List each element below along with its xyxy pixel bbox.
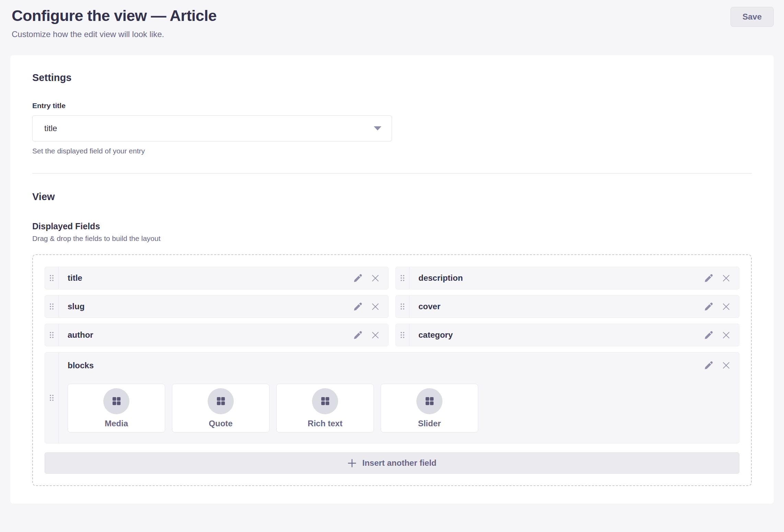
component-icon-circle	[208, 388, 234, 414]
save-button[interactable]: Save	[730, 7, 774, 27]
close-icon	[371, 274, 380, 283]
drag-handle-icon[interactable]	[45, 352, 59, 443]
remove-field-button[interactable]	[369, 301, 381, 313]
field-name-label: slug	[59, 296, 352, 317]
plus-icon	[347, 459, 357, 468]
drag-handle-icon[interactable]	[396, 267, 410, 289]
close-icon	[722, 274, 731, 283]
grid-icon	[424, 396, 435, 406]
component-label: Slider	[418, 419, 441, 428]
remove-field-button[interactable]	[720, 329, 732, 341]
field-name-label: title	[59, 267, 352, 289]
edit-field-button[interactable]	[352, 272, 364, 284]
field-name-label: description	[410, 267, 703, 289]
edit-field-button[interactable]	[352, 329, 364, 341]
edit-field-button[interactable]	[703, 329, 715, 341]
field-row-title[interactable]: title	[45, 267, 389, 289]
component-icon-circle	[312, 388, 338, 414]
remove-field-button[interactable]	[720, 359, 732, 371]
settings-card: Settings Entry title title Set the displ…	[10, 55, 774, 504]
remove-field-button[interactable]	[369, 272, 381, 284]
component-card-slider[interactable]: Slider	[381, 384, 478, 432]
field-name-label: blocks	[68, 361, 385, 370]
close-icon	[371, 302, 380, 311]
field-row-slug[interactable]: slug	[45, 295, 389, 318]
configure-view-page: Configure the view — Article Customize h…	[0, 0, 784, 532]
pencil-icon	[353, 331, 362, 340]
field-row-blocks[interactable]: blocks Media	[45, 352, 739, 443]
field-row-description[interactable]: description	[395, 267, 739, 289]
insert-field-label: Insert another field	[362, 458, 436, 468]
field-row-category[interactable]: category	[395, 324, 739, 346]
remove-field-button[interactable]	[720, 301, 732, 313]
field-actions	[703, 324, 739, 346]
edit-field-button[interactable]	[352, 301, 364, 313]
field-row-cover[interactable]: cover	[395, 295, 739, 318]
pencil-icon	[704, 302, 713, 311]
pencil-icon	[704, 274, 713, 283]
field-name-label: cover	[410, 296, 703, 317]
remove-field-button[interactable]	[369, 329, 381, 341]
component-card-quote[interactable]: Quote	[172, 384, 269, 432]
close-icon	[722, 302, 731, 311]
field-actions	[703, 267, 739, 289]
settings-heading: Settings	[32, 72, 752, 84]
close-icon	[722, 331, 731, 340]
pencil-icon	[704, 331, 713, 340]
field-actions	[703, 296, 739, 317]
component-icon-circle	[416, 388, 442, 414]
close-icon	[722, 361, 731, 370]
fields-grid: title description	[45, 267, 739, 443]
component-label: Quote	[209, 419, 232, 428]
pencil-icon	[353, 274, 362, 283]
blocks-header: blocks	[68, 359, 732, 371]
grid-icon	[320, 396, 331, 406]
grid-icon	[216, 396, 226, 406]
page-title: Configure the view — Article	[12, 6, 217, 25]
field-actions	[352, 296, 388, 317]
header-titles: Configure the view — Article Customize h…	[12, 6, 217, 39]
close-icon	[371, 331, 380, 340]
page-header: Configure the view — Article Customize h…	[0, 0, 784, 39]
insert-field-button[interactable]: Insert another field	[45, 452, 739, 474]
component-label: Media	[105, 419, 128, 428]
component-icon-circle	[103, 388, 129, 414]
drag-handle-icon[interactable]	[45, 324, 59, 346]
component-label: Rich text	[308, 419, 342, 428]
section-divider	[32, 173, 752, 174]
fields-dropzone: title description	[32, 254, 752, 486]
blocks-content: blocks Media	[59, 352, 739, 443]
pencil-icon	[353, 302, 362, 311]
drag-handle-icon[interactable]	[396, 296, 410, 317]
field-name-label: author	[59, 324, 352, 346]
field-actions	[352, 324, 388, 346]
pencil-icon	[704, 361, 713, 370]
drag-handle-icon[interactable]	[45, 296, 59, 317]
grid-icon	[111, 396, 122, 406]
field-actions	[352, 267, 388, 289]
entry-title-hint: Set the displayed field of your entry	[32, 147, 752, 155]
displayed-fields-label: Displayed Fields	[32, 221, 752, 231]
field-actions	[703, 359, 732, 371]
field-row-author[interactable]: author	[45, 324, 389, 346]
chevron-down-icon	[374, 126, 381, 130]
field-name-label: category	[410, 324, 703, 346]
view-heading: View	[32, 191, 752, 203]
drag-handle-icon[interactable]	[45, 267, 59, 289]
component-card-rich-text[interactable]: Rich text	[276, 384, 374, 432]
entry-title-selected-value: title	[44, 124, 374, 133]
remove-field-button[interactable]	[720, 272, 732, 284]
edit-field-button[interactable]	[703, 359, 715, 371]
entry-title-label: Entry title	[32, 102, 752, 110]
entry-title-select[interactable]: title	[32, 115, 392, 141]
page-subtitle: Customize how the edit view will look li…	[12, 29, 217, 39]
components-row: Media Quote Rich text	[68, 384, 732, 432]
drag-handle-icon[interactable]	[396, 324, 410, 346]
edit-field-button[interactable]	[703, 272, 715, 284]
edit-field-button[interactable]	[703, 301, 715, 313]
displayed-fields-hint: Drag & drop the fields to build the layo…	[32, 234, 752, 243]
component-card-media[interactable]: Media	[68, 384, 165, 432]
